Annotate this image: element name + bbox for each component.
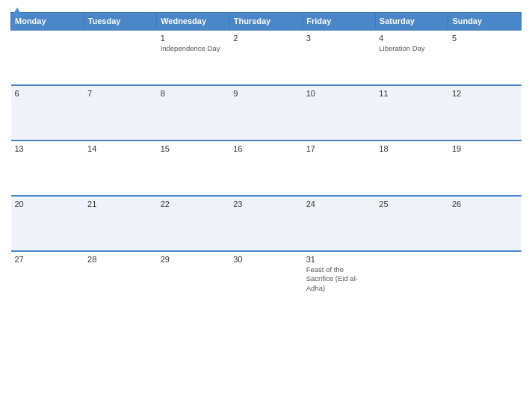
week-row-2: 6789101112: [11, 85, 522, 140]
calendar-cell: 17: [303, 140, 376, 196]
calendar-cell: 23: [229, 196, 303, 251]
day-number: 1: [161, 34, 226, 43]
calendar-cell: 7: [84, 85, 157, 140]
calendar-cell: 9: [229, 85, 303, 140]
day-number: 25: [379, 200, 445, 208]
day-number: 7: [87, 89, 153, 98]
column-header-friday: Friday: [303, 13, 376, 31]
calendar-cell: [448, 251, 522, 306]
calendar-cell: 19: [448, 140, 522, 196]
holiday-label: Independence Day: [161, 44, 226, 53]
day-number: 2: [233, 34, 299, 43]
day-number: 10: [306, 89, 372, 98]
day-number: 27: [15, 255, 81, 264]
day-number: 5: [452, 34, 518, 43]
week-row-3: 13141516171819: [11, 140, 522, 196]
calendar-cell: 16: [229, 140, 303, 196]
column-header-sunday: Sunday: [448, 13, 522, 31]
calendar-cell: 26: [448, 196, 522, 251]
week-row-5: 2728293031Feast of the Sacrifice (Eid al…: [11, 251, 522, 306]
day-number: 26: [452, 200, 518, 208]
holiday-label: Feast of the Sacrifice (Eid al-Adha): [306, 265, 372, 293]
day-number: 15: [161, 144, 226, 153]
column-header-saturday: Saturday: [375, 13, 448, 31]
day-number: 12: [452, 89, 518, 98]
day-number: 9: [233, 89, 299, 98]
day-number: 30: [233, 255, 299, 264]
day-number: 4: [379, 34, 445, 43]
calendar-cell: [375, 251, 448, 306]
calendar-cell: 15: [157, 140, 230, 196]
calendar-cell: 29: [157, 251, 230, 306]
calendar-table: MondayTuesdayWednesdayThursdayFridaySatu…: [10, 12, 522, 306]
calendar-cell: 21: [84, 196, 157, 251]
week-row-4: 20212223242526: [11, 196, 522, 251]
day-number: 20: [15, 200, 81, 208]
calendar-cell: 22: [157, 196, 230, 251]
calendar-cell: 24: [303, 196, 376, 251]
column-header-thursday: Thursday: [229, 13, 303, 31]
day-number: 8: [161, 89, 226, 98]
calendar-cell: 18: [375, 140, 448, 196]
calendar-cell: [84, 30, 157, 85]
calendar-header-row: MondayTuesdayWednesdayThursdayFridaySatu…: [11, 13, 522, 31]
calendar-cell: 11: [375, 85, 448, 140]
calendar-cell: [11, 30, 84, 85]
calendar-cell: 6: [11, 85, 84, 140]
day-number: 13: [15, 144, 81, 153]
calendar-cell: 20: [11, 196, 84, 251]
calendar-cell: 27: [11, 251, 84, 306]
column-header-wednesday: Wednesday: [157, 13, 230, 31]
calendar-cell: 10: [303, 85, 376, 140]
calendar-cell: 5: [448, 30, 522, 85]
day-number: 19: [452, 144, 518, 153]
day-number: 28: [87, 255, 153, 264]
day-number: 18: [379, 144, 445, 153]
day-number: 17: [306, 144, 372, 153]
calendar-cell: 31Feast of the Sacrifice (Eid al-Adha): [303, 251, 376, 306]
column-header-tuesday: Tuesday: [84, 13, 157, 31]
logo-blue-text: [10, 7, 22, 17]
calendar-cell: 25: [375, 196, 448, 251]
logo: [10, 7, 22, 17]
calendar-cell: 14: [84, 140, 157, 196]
calendar-cell: 4Liberation Day: [375, 30, 448, 85]
calendar-cell: 3: [303, 30, 376, 85]
day-number: 11: [379, 89, 445, 98]
calendar-cell: 2: [229, 30, 303, 85]
holiday-label: Liberation Day: [379, 44, 445, 53]
day-number: 3: [306, 34, 372, 43]
week-row-1: 1Independence Day234Liberation Day5: [11, 30, 522, 85]
calendar-cell: 8: [157, 85, 230, 140]
calendar-cell: 1Independence Day: [157, 30, 230, 85]
logo-triangle-icon: [12, 7, 22, 16]
day-number: 22: [161, 200, 226, 208]
day-number: 31: [306, 255, 372, 264]
calendar-cell: 28: [84, 251, 157, 306]
calendar-cell: 12: [448, 85, 522, 140]
calendar-cell: 13: [11, 140, 84, 196]
day-number: 16: [233, 144, 299, 153]
calendar-cell: 30: [229, 251, 303, 306]
day-number: 23: [233, 200, 299, 208]
day-number: 29: [161, 255, 226, 264]
day-number: 6: [15, 89, 81, 98]
day-number: 24: [306, 200, 372, 208]
day-number: 21: [87, 200, 153, 208]
day-number: 14: [87, 144, 153, 153]
